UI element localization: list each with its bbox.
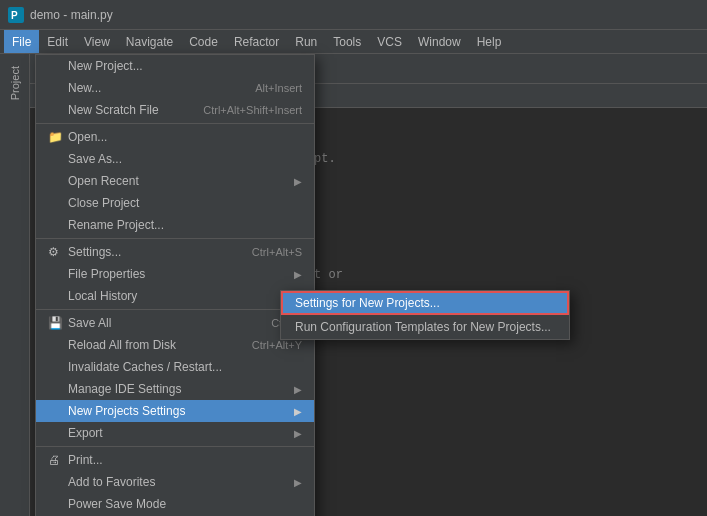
sep3 [36, 309, 314, 310]
svg-text:P: P [11, 10, 18, 21]
reload-shortcut: Ctrl+Alt+Y [252, 339, 302, 351]
manage-ide-label: Manage IDE Settings [68, 382, 294, 396]
sidebar: Project [0, 54, 30, 516]
new-project-label: New Project... [68, 59, 302, 73]
sep1 [36, 123, 314, 124]
menu-view[interactable]: View [76, 30, 118, 53]
menu-window[interactable]: Window [410, 30, 469, 53]
sep4 [36, 446, 314, 447]
menu-navigate[interactable]: Navigate [118, 30, 181, 53]
new-scratch-shortcut: Ctrl+Alt+Shift+Insert [203, 104, 302, 116]
submenu-item-settings-for-new[interactable]: Settings for New Projects... [281, 291, 569, 315]
menu-bar: File Edit View Navigate Code Refactor Ru… [0, 30, 707, 54]
menu-item-close-project[interactable]: Close Project [36, 192, 314, 214]
menu-item-new-project[interactable]: New Project... [36, 55, 314, 77]
new-label: New... [68, 81, 235, 95]
save-as-label: Save As... [68, 152, 302, 166]
menu-item-new-scratch[interactable]: New Scratch File Ctrl+Alt+Shift+Insert [36, 99, 314, 121]
new-scratch-label: New Scratch File [68, 103, 183, 117]
menu-vcs[interactable]: VCS [369, 30, 410, 53]
menu-refactor[interactable]: Refactor [226, 30, 287, 53]
file-props-label: File Properties [68, 267, 294, 281]
add-favorites-label: Add to Favorites [68, 475, 294, 489]
settings-shortcut: Ctrl+Alt+S [252, 246, 302, 258]
manage-ide-arrow: ▶ [294, 384, 302, 395]
export-label: Export [68, 426, 294, 440]
new-shortcut: Alt+Insert [255, 82, 302, 94]
settings-gear-icon: ⚙ [48, 245, 68, 259]
menu-item-rename-project[interactable]: Rename Project... [36, 214, 314, 236]
menu-help[interactable]: Help [469, 30, 510, 53]
title-bar: P demo - main.py [0, 0, 707, 30]
add-favorites-arrow: ▶ [294, 477, 302, 488]
open-label: Open... [68, 130, 302, 144]
open-recent-arrow: ▶ [294, 176, 302, 187]
settings-for-new-label: Settings for New Projects... [295, 296, 440, 310]
invalidate-label: Invalidate Caches / Restart... [68, 360, 302, 374]
menu-item-save-all[interactable]: 💾 Save All Ctrl+S [36, 312, 314, 334]
menu-item-invalidate[interactable]: Invalidate Caches / Restart... [36, 356, 314, 378]
menu-item-manage-ide[interactable]: Manage IDE Settings ▶ [36, 378, 314, 400]
export-arrow: ▶ [294, 428, 302, 439]
menu-file[interactable]: File [4, 30, 39, 53]
print-label: Print... [68, 453, 302, 467]
rename-project-label: Rename Project... [68, 218, 302, 232]
settings-label: Settings... [68, 245, 232, 259]
run-config-label: Run Configuration Templates for New Proj… [295, 320, 551, 334]
menu-item-file-props[interactable]: File Properties ▶ [36, 263, 314, 285]
folder-icon: 📁 [48, 130, 68, 144]
save-all-label: Save All [68, 316, 251, 330]
power-save-label: Power Save Mode [68, 497, 302, 511]
menu-item-new[interactable]: New... Alt+Insert [36, 77, 314, 99]
menu-item-power-save[interactable]: Power Save Mode [36, 493, 314, 515]
title-text: demo - main.py [30, 8, 113, 22]
menu-item-add-favorites[interactable]: Add to Favorites ▶ [36, 471, 314, 493]
submenu-item-run-config[interactable]: Run Configuration Templates for New Proj… [281, 315, 569, 339]
close-project-label: Close Project [68, 196, 302, 210]
menu-item-export[interactable]: Export ▶ [36, 422, 314, 444]
sidebar-project-tab[interactable]: Project [5, 58, 25, 108]
file-dropdown-menu: New Project... New... Alt+Insert New Scr… [35, 54, 315, 516]
sep2 [36, 238, 314, 239]
file-props-arrow: ▶ [294, 269, 302, 280]
menu-run[interactable]: Run [287, 30, 325, 53]
menu-item-open-recent[interactable]: Open Recent ▶ [36, 170, 314, 192]
new-projects-settings-arrow: ▶ [294, 406, 302, 417]
menu-tools[interactable]: Tools [325, 30, 369, 53]
menu-item-reload[interactable]: Reload All from Disk Ctrl+Alt+Y [36, 334, 314, 356]
menu-item-new-projects-settings[interactable]: New Projects Settings ▶ [36, 400, 314, 422]
app-icon: P [8, 7, 24, 23]
menu-item-settings[interactable]: ⚙ Settings... Ctrl+Alt+S [36, 241, 314, 263]
save-icon: 💾 [48, 316, 68, 330]
open-recent-label: Open Recent [68, 174, 294, 188]
new-projects-settings-submenu: Settings for New Projects... Run Configu… [280, 290, 570, 340]
menu-edit[interactable]: Edit [39, 30, 76, 53]
local-history-label: Local History [68, 289, 294, 303]
menu-code[interactable]: Code [181, 30, 226, 53]
menu-item-open[interactable]: 📁 Open... [36, 126, 314, 148]
new-projects-settings-label: New Projects Settings [68, 404, 294, 418]
print-icon: 🖨 [48, 453, 68, 467]
reload-label: Reload All from Disk [68, 338, 232, 352]
menu-item-local-history[interactable]: Local History ▶ [36, 285, 314, 307]
menu-item-save-as[interactable]: Save As... [36, 148, 314, 170]
menu-item-print[interactable]: 🖨 Print... [36, 449, 314, 471]
